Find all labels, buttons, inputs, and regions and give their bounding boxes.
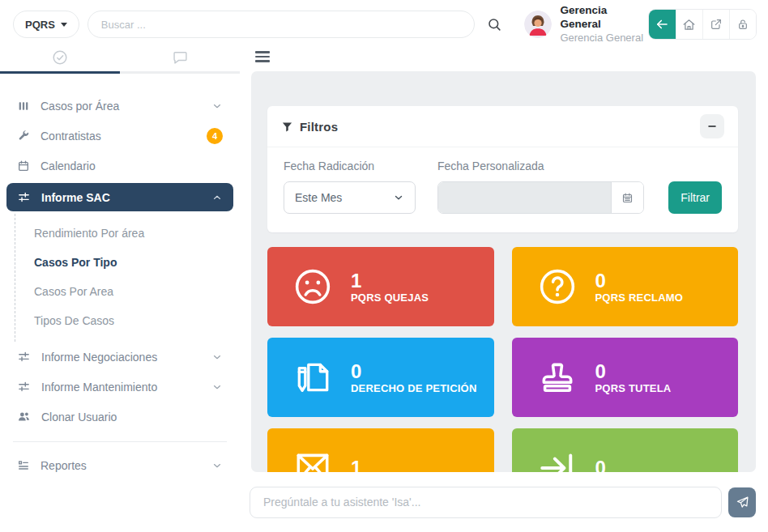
- stat-value: 0: [595, 457, 606, 472]
- hamburger-menu-icon[interactable]: [255, 51, 270, 65]
- sliders-icon: [17, 350, 31, 364]
- sidebar-item-contratistas[interactable]: Contratistas 4: [0, 121, 240, 151]
- filtrar-button[interactable]: Filtrar: [668, 181, 722, 214]
- assistant-bar: [240, 472, 768, 532]
- stat-card-derecho-de-peticion[interactable]: 0 DERECHO DE PETICIÓN: [267, 338, 494, 417]
- report-list-icon: [17, 459, 30, 472]
- users-icon: [17, 410, 31, 423]
- stat-value: 1: [351, 457, 361, 472]
- wrench-icon: [17, 130, 30, 143]
- external-link-icon: [710, 18, 723, 31]
- chat-icon: [172, 49, 189, 66]
- sidebar: Casos por Área Contratistas 4 Calendario: [0, 49, 240, 532]
- stamp-icon: [537, 357, 578, 398]
- question-circle-icon: [537, 266, 578, 307]
- assistant-input[interactable]: [250, 487, 722, 518]
- tab-messages[interactable]: [120, 49, 240, 74]
- stat-value: 0: [595, 360, 672, 383]
- fecha-personalizada-input-group: [437, 181, 644, 214]
- app-menu-button[interactable]: PQRS: [13, 11, 79, 38]
- submenu-item-casos-por-area[interactable]: Casos Por Area: [15, 277, 240, 306]
- sidebar-menu: Casos por Área Contratistas 4 Calendario: [0, 74, 240, 480]
- fecha-radicacion-label: Fecha Radicación: [284, 160, 416, 172]
- arrow-left-icon: [655, 17, 669, 32]
- fecha-radicacion-value: Este Mes: [295, 191, 342, 204]
- stat-label: DERECHO DE PETICIÓN: [351, 382, 476, 394]
- fecha-radicacion-group: Fecha Radicación Este Mes: [284, 160, 416, 214]
- stat-card-pqrs-tutela[interactable]: 0 PQRS TUTELA: [512, 338, 739, 417]
- sidebar-item-clonar-usuario[interactable]: Clonar Usuario: [0, 402, 240, 432]
- sidebar-item-label: Reportes: [41, 459, 201, 472]
- chevron-up-icon: [211, 192, 223, 203]
- quick-actions: [648, 9, 757, 40]
- user-name: Gerencia General: [560, 4, 648, 32]
- paper-plane-icon: [736, 496, 749, 509]
- frown-face-icon: [292, 266, 333, 307]
- arrow-to-bar-icon: [537, 448, 578, 472]
- stat-label: PQRS TUTELA: [595, 382, 672, 394]
- envelope-icon: [292, 448, 333, 472]
- avatar[interactable]: [524, 11, 552, 38]
- chevron-down-icon: [211, 351, 223, 363]
- filters-card: Filtros Fecha Radicación Este Mes Fecha …: [267, 106, 738, 232]
- stat-value: 0: [595, 270, 684, 292]
- sidebar-item-label: Contratistas: [41, 130, 196, 143]
- sidebar-item-casos-por-area[interactable]: Casos por Área: [0, 91, 240, 121]
- search-icon[interactable]: [487, 17, 502, 32]
- sidebar-item-label: Calendario: [41, 160, 223, 172]
- home-button[interactable]: [676, 10, 702, 39]
- filter-funnel-icon: [281, 121, 293, 133]
- chevron-down-icon: [393, 192, 404, 203]
- calendar-icon: [621, 192, 634, 204]
- submenu-item-rendimiento-por-area[interactable]: Rendimiento Por área: [15, 219, 240, 248]
- filters-body: Fecha Radicación Este Mes Fecha Personal…: [267, 147, 738, 232]
- fecha-personalizada-group: Fecha Personalizada: [437, 160, 644, 214]
- minus-icon: [707, 121, 717, 131]
- sidebar-item-informe-sac[interactable]: Informe SAC: [6, 183, 233, 211]
- sidebar-item-label: Informe SAC: [41, 191, 201, 204]
- stat-card-pqrs-quejas[interactable]: 1 PQRS QUEJAS: [267, 247, 494, 326]
- user-info[interactable]: Gerencia General Gerencia General: [560, 4, 648, 45]
- stat-label: PQRS RECLAMO: [595, 292, 684, 304]
- columns-icon: [17, 100, 30, 113]
- back-button[interactable]: [649, 10, 676, 39]
- sidebar-item-label: Informe Negociaciones: [41, 351, 201, 364]
- fecha-personalizada-input[interactable]: [438, 182, 611, 213]
- chevron-down-icon: [211, 381, 223, 393]
- calendar-picker-button[interactable]: [611, 182, 643, 213]
- external-link-button[interactable]: [702, 10, 729, 39]
- sliders-icon: [17, 380, 31, 394]
- sidebar-item-reportes[interactable]: Reportes: [0, 450, 240, 480]
- stat-card-envelope[interactable]: 1: [267, 428, 494, 472]
- sidebar-item-calendario[interactable]: Calendario: [0, 151, 240, 181]
- sidebar-item-label: Informe Mantenimiento: [41, 381, 201, 394]
- informe-sac-submenu: Rendimiento Por área Casos Por Tipo Caso…: [15, 214, 240, 342]
- tab-tasks[interactable]: [0, 49, 120, 74]
- user-role: Gerencia General: [560, 32, 648, 45]
- stat-label: PQRS QUEJAS: [351, 292, 429, 304]
- stat-card-arrow[interactable]: 0: [512, 428, 739, 472]
- fecha-radicacion-select[interactable]: Este Mes: [284, 181, 416, 214]
- caret-down-icon: [61, 23, 67, 27]
- filters-title: Filtros: [300, 120, 338, 134]
- top-bar: PQRS Gerencia General Gerencia General: [0, 0, 768, 49]
- filters-header: Filtros: [267, 106, 738, 147]
- submenu-item-tipos-de-casos[interactable]: Tipos De Casos: [15, 306, 240, 335]
- lock-button[interactable]: [729, 10, 756, 39]
- sidebar-divider: [13, 441, 227, 442]
- sidebar-tabs: [0, 49, 240, 74]
- calendar-icon: [17, 160, 30, 172]
- search-input[interactable]: [87, 11, 476, 38]
- collapse-filters-button[interactable]: [700, 114, 724, 138]
- home-icon: [682, 18, 696, 32]
- chevron-down-icon: [211, 100, 223, 112]
- stat-value: 1: [351, 270, 429, 292]
- sidebar-item-label: Clonar Usuario: [41, 411, 223, 423]
- send-button[interactable]: [728, 487, 756, 517]
- main-content: Filtros Fecha Radicación Este Mes Fecha …: [240, 49, 768, 532]
- stat-value: 0: [351, 360, 476, 383]
- sidebar-item-informe-negociaciones[interactable]: Informe Negociaciones: [0, 342, 240, 372]
- stat-card-pqrs-reclamo[interactable]: 0 PQRS RECLAMO: [512, 247, 739, 326]
- submenu-item-casos-por-tipo[interactable]: Casos Por Tipo: [15, 248, 240, 277]
- sidebar-item-informe-mantenimiento[interactable]: Informe Mantenimiento: [0, 372, 240, 402]
